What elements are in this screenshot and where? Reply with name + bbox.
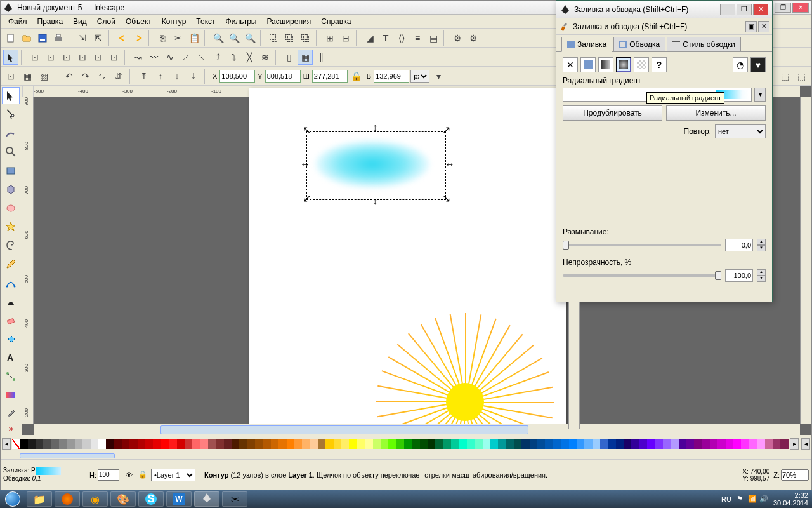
color-swatch[interactable] bbox=[671, 439, 678, 449]
color-swatch[interactable] bbox=[278, 439, 286, 449]
fill-stroke-button[interactable]: ◢ bbox=[362, 30, 377, 46]
color-swatch[interactable] bbox=[349, 439, 357, 449]
color-swatch[interactable] bbox=[129, 439, 137, 449]
zoom-tool[interactable] bbox=[2, 143, 20, 160]
dropper-tool[interactable] bbox=[2, 405, 20, 422]
menu-help[interactable]: Справка bbox=[316, 16, 356, 27]
color-swatch[interactable] bbox=[239, 439, 247, 449]
maximize-button[interactable]: ❐ bbox=[775, 3, 791, 13]
scrollbar-vertical[interactable] bbox=[800, 97, 811, 424]
tab-stroke[interactable]: Обводка bbox=[613, 37, 665, 51]
start-button[interactable] bbox=[0, 490, 25, 508]
zoom-drawing-button[interactable]: 🔍 bbox=[226, 30, 242, 46]
color-swatch[interactable] bbox=[114, 439, 122, 449]
color-swatch[interactable] bbox=[200, 439, 208, 449]
color-swatch[interactable] bbox=[553, 439, 561, 449]
color-swatch[interactable] bbox=[435, 439, 443, 449]
unit-dropdown[interactable]: ▾ bbox=[431, 69, 446, 84]
y-input[interactable] bbox=[265, 70, 301, 83]
menu-path[interactable]: Контур bbox=[157, 16, 191, 27]
color-swatch[interactable] bbox=[498, 439, 506, 449]
color-swatch[interactable] bbox=[255, 439, 263, 449]
paint-flat[interactable] bbox=[580, 57, 596, 72]
color-swatch[interactable] bbox=[216, 439, 223, 449]
color-swatch[interactable] bbox=[530, 439, 537, 449]
palette-prev[interactable]: ◂ bbox=[2, 438, 11, 450]
dialog-minimize[interactable]: — bbox=[720, 4, 735, 15]
color-swatch[interactable] bbox=[506, 439, 514, 449]
blur-thumb[interactable] bbox=[563, 241, 569, 250]
new-button[interactable] bbox=[3, 30, 18, 46]
color-swatch[interactable] bbox=[388, 439, 396, 449]
cut-button[interactable]: ✂ bbox=[171, 30, 186, 46]
select-all-button[interactable]: ⊡ bbox=[3, 69, 18, 84]
color-swatch[interactable] bbox=[208, 439, 216, 449]
xml-button[interactable]: ⟨⟩ bbox=[394, 30, 409, 46]
selector-tool[interactable] bbox=[2, 87, 20, 104]
open-button[interactable] bbox=[19, 30, 34, 46]
fill-preview[interactable] bbox=[36, 467, 61, 475]
blur-value[interactable] bbox=[725, 239, 753, 251]
color-swatch[interactable] bbox=[82, 439, 90, 449]
task-app[interactable]: 🎨 bbox=[110, 491, 136, 507]
color-swatch[interactable] bbox=[593, 439, 600, 449]
rotate-ccw-button[interactable]: ↶ bbox=[62, 69, 77, 84]
redo-button[interactable] bbox=[131, 30, 146, 46]
color-swatch[interactable] bbox=[67, 439, 75, 449]
color-swatch[interactable] bbox=[773, 439, 780, 449]
handle-s[interactable]: ↕ bbox=[372, 199, 380, 206]
color-swatch[interactable] bbox=[717, 439, 725, 449]
zoom-fit-button[interactable]: 🔍 bbox=[211, 30, 226, 46]
color-swatch[interactable] bbox=[145, 439, 153, 449]
affect-3[interactable]: ⬚ bbox=[794, 69, 809, 84]
toolbox-overflow[interactable]: » bbox=[2, 424, 20, 434]
color-swatch[interactable] bbox=[726, 439, 733, 449]
menu-edit[interactable]: Правка bbox=[32, 16, 69, 27]
rect-tool[interactable] bbox=[2, 162, 20, 179]
opacity-slider[interactable] bbox=[563, 274, 721, 277]
color-swatch[interactable] bbox=[341, 439, 349, 449]
color-swatch[interactable] bbox=[138, 439, 145, 449]
task-skype[interactable]: S bbox=[138, 491, 164, 507]
color-swatch[interactable] bbox=[490, 439, 498, 449]
color-swatch[interactable] bbox=[584, 439, 592, 449]
stroke-preview[interactable]: 0,1 bbox=[32, 475, 41, 483]
path-tool-5[interactable]: ⟍ bbox=[194, 50, 209, 65]
opacity-spinner[interactable]: ▲▼ bbox=[757, 269, 766, 282]
snap-2[interactable]: ⊡ bbox=[43, 50, 58, 65]
color-swatch[interactable] bbox=[702, 439, 710, 449]
lower-button[interactable]: ↓ bbox=[169, 69, 185, 84]
path-tool-1[interactable]: ↝ bbox=[131, 50, 146, 65]
color-swatch[interactable] bbox=[616, 439, 624, 449]
task-aimp[interactable]: ◉ bbox=[82, 491, 108, 507]
deselect-button[interactable]: ▨ bbox=[36, 69, 51, 84]
repeat-select[interactable]: нет bbox=[715, 124, 766, 138]
snap-6[interactable]: ⊡ bbox=[107, 50, 122, 65]
task-firefox[interactable] bbox=[55, 491, 80, 507]
color-swatch[interactable] bbox=[75, 439, 82, 449]
color-swatch[interactable] bbox=[161, 439, 169, 449]
ellipse-tool[interactable] bbox=[2, 199, 20, 217]
import-button[interactable]: ⇲ bbox=[75, 30, 90, 46]
color-swatch[interactable] bbox=[43, 439, 51, 449]
color-swatch[interactable] bbox=[169, 439, 176, 449]
palette-menu[interactable]: ◂ bbox=[801, 438, 810, 450]
color-swatch[interactable] bbox=[224, 439, 232, 449]
connector-tool[interactable] bbox=[2, 368, 20, 385]
color-swatch[interactable] bbox=[686, 439, 694, 449]
dialog-resize-edge[interactable] bbox=[568, 302, 580, 429]
color-swatch[interactable] bbox=[153, 439, 160, 449]
color-swatch[interactable] bbox=[428, 439, 435, 449]
status-opacity-input[interactable] bbox=[98, 469, 119, 481]
display-1[interactable]: ▯ bbox=[282, 50, 297, 65]
color-swatch[interactable] bbox=[631, 439, 639, 449]
raise-button[interactable]: ↑ bbox=[153, 69, 168, 84]
copy-button[interactable]: ⎘ bbox=[155, 30, 170, 46]
color-swatch[interactable] bbox=[36, 439, 43, 449]
node-tool[interactable] bbox=[2, 105, 20, 123]
color-swatch[interactable] bbox=[577, 439, 584, 449]
palette-scroll-thumb[interactable] bbox=[20, 453, 115, 458]
color-swatch[interactable] bbox=[28, 439, 36, 449]
gradient-dropdown[interactable]: ▾ bbox=[754, 88, 766, 102]
opacity-value[interactable] bbox=[725, 269, 753, 282]
